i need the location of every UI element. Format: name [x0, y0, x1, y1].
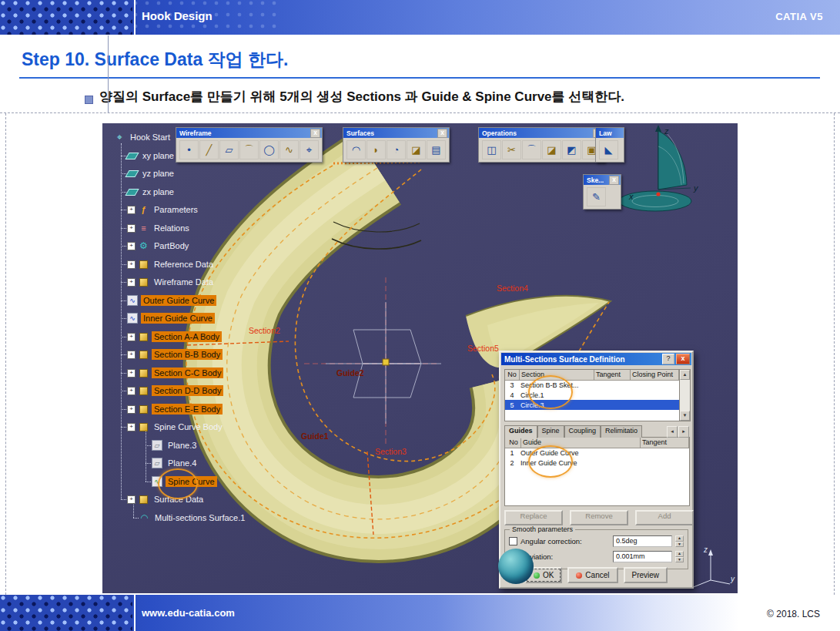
tree-item-inner-guide-curve[interactable]: Inner Guide Curve — [127, 311, 215, 325]
spinner[interactable] — [675, 551, 684, 562]
compass-anchor[interactable] — [656, 192, 660, 196]
toolbar-titlebar[interactable]: Surfaces x — [343, 128, 449, 138]
expand-icon[interactable] — [127, 333, 136, 341]
sphere-icon[interactable]: ◔ — [387, 140, 406, 159]
expand-icon[interactable] — [127, 206, 136, 214]
tree-item-outer-guide-curve[interactable]: Outer Guide Curve — [127, 294, 216, 307]
compass-fan[interactable] — [658, 131, 687, 190]
expand-icon[interactable] — [127, 405, 136, 414]
toolbar-wireframe[interactable]: Wireframe x • ╱ ▱ ⌒ ◯ ∿ ⌖ — [176, 127, 323, 163]
expand-icon[interactable] — [127, 369, 136, 378]
spline-tool-icon[interactable]: ∿ — [279, 140, 299, 159]
split-icon[interactable]: ✂ — [502, 140, 521, 159]
tree-item-yz-plane[interactable]: yz plane — [127, 166, 176, 180]
anchor-point[interactable] — [383, 359, 389, 365]
tree-item-zx-plane[interactable]: zx plane — [127, 185, 176, 199]
point-icon[interactable]: • — [179, 140, 199, 159]
tree-item-parameters[interactable]: Parameters — [127, 203, 200, 216]
tree-item-section-ee-body[interactable]: Section E-E Body — [127, 402, 223, 416]
angular-correction-checkbox[interactable] — [509, 537, 517, 545]
expand-icon[interactable] — [127, 423, 136, 431]
tab-scroll-left-icon[interactable]: ◂ — [667, 426, 678, 438]
tree-item-section-dd-body[interactable]: Section D-D Body — [127, 384, 223, 398]
remove-button[interactable]: Remove — [570, 510, 628, 525]
expand-icon[interactable] — [127, 224, 136, 233]
circle-icon[interactable]: ◯ — [259, 140, 279, 159]
dialog-titlebar[interactable]: Multi-Sections Surface Definition — [501, 353, 691, 365]
toolbar-titlebar[interactable]: Ske... x — [584, 175, 621, 185]
toolbar-titlebar[interactable]: Wireframe x — [176, 128, 322, 138]
expand-icon[interactable] — [127, 351, 136, 359]
cancel-button[interactable]: Cancel — [567, 567, 617, 583]
line-icon[interactable]: ╱ — [199, 140, 219, 159]
extract-icon[interactable]: ◩ — [562, 140, 581, 159]
tree-item-multi-sections-surface[interactable]: Multi-sections Surface.1 — [139, 511, 247, 525]
tree-item-reference-data[interactable]: Reference Data — [127, 257, 216, 271]
extrude-icon[interactable]: ◠ — [346, 140, 366, 159]
toolbar-operations[interactable]: Operations x ◫ ✂ ⌒ ◪ ◩ ▣ — [478, 127, 605, 163]
spinner[interactable] — [675, 535, 684, 547]
tab-relimitation[interactable]: Relimitatio — [601, 425, 642, 438]
boundary-icon[interactable]: ◪ — [542, 140, 561, 159]
column-header-guide[interactable]: Guide — [521, 438, 641, 448]
catia-viewport[interactable]: Wireframe x • ╱ ▱ ⌒ ◯ ∿ ⌖ Surfaces x ◠ ◗… — [102, 123, 738, 593]
scroll-up-icon[interactable] — [680, 370, 690, 380]
tree-item-spine-curve-body[interactable]: Spine Curve Body — [127, 420, 225, 434]
close-icon[interactable]: x — [609, 176, 619, 185]
column-header-tangent[interactable]: Tangent — [594, 370, 631, 381]
tab-guides[interactable]: Guides — [504, 425, 537, 438]
add-button[interactable]: Add — [635, 510, 694, 525]
tree-item-section-bb-body[interactable]: Section B-B Body — [127, 347, 223, 361]
expand-icon[interactable] — [127, 242, 136, 250]
revolve-icon[interactable]: ◗ — [366, 140, 386, 159]
axis-tool-icon[interactable]: ⌖ — [300, 140, 319, 159]
scroll-down-icon[interactable] — [680, 411, 690, 421]
toolbar-sketcher[interactable]: Ske... x ✎ — [583, 174, 621, 210]
tree-item-partbody[interactable]: PartBody — [127, 239, 191, 253]
tree-item-section-cc-body[interactable]: Section C-C Body — [127, 366, 223, 380]
preview-button[interactable]: Preview — [624, 567, 668, 583]
toolbar-titlebar[interactable]: Law — [596, 128, 624, 138]
projection-icon[interactable]: ⌒ — [239, 140, 259, 159]
sections-scrollbar[interactable] — [679, 369, 691, 421]
close-icon[interactable] — [676, 354, 690, 364]
compass[interactable]: z y x — [611, 123, 711, 220]
tree-item-section-aa-body[interactable]: Section A-A Body — [127, 330, 222, 344]
help-icon[interactable] — [662, 354, 674, 364]
close-icon[interactable]: x — [310, 129, 320, 138]
sketch-icon[interactable]: ✎ — [587, 187, 606, 206]
close-icon[interactable]: x — [437, 129, 447, 138]
tree-item-hook-start[interactable]: Hook Start — [115, 130, 172, 144]
replace-button[interactable]: Replace — [504, 510, 563, 525]
plane-tool-icon[interactable]: ▱ — [219, 140, 239, 159]
tab-spine[interactable]: Spine — [537, 425, 564, 438]
tree-item-label: Wireframe Data — [152, 277, 216, 287]
tab-coupling[interactable]: Coupling — [564, 425, 601, 438]
toolbar-surfaces[interactable]: Surfaces x ◠ ◗ ◔ ◪ ▤ — [343, 127, 450, 163]
tree-item-xy-plane[interactable]: xy plane — [127, 149, 176, 163]
expand-icon[interactable] — [127, 278, 136, 287]
toolbar-titlebar[interactable]: Operations x — [479, 128, 604, 138]
expand-icon[interactable] — [127, 260, 136, 269]
law-icon[interactable]: ◣ — [599, 140, 618, 159]
tree-item-relations[interactable]: Relations — [127, 221, 192, 235]
join-icon[interactable]: ◫ — [482, 140, 501, 159]
tree-item-plane3[interactable]: Plane.3 — [152, 438, 199, 452]
tree-item-label: Parameters — [152, 204, 200, 215]
deviation-input[interactable]: 0.001mm — [613, 551, 672, 562]
fill-icon[interactable]: ▤ — [427, 140, 446, 159]
angular-correction-input[interactable]: 0.5deg — [613, 535, 672, 547]
toolbar-title: Surfaces — [346, 129, 374, 137]
sweep-icon[interactable]: ◪ — [407, 140, 426, 159]
tab-scroll-right-icon[interactable]: ▸ — [678, 426, 689, 438]
toolbar-law[interactable]: Law ◣ — [595, 127, 624, 163]
trim-icon[interactable]: ⌒ — [522, 140, 541, 159]
column-header-no[interactable]: No — [505, 370, 520, 381]
expand-icon[interactable] — [127, 495, 136, 504]
tree-item-wireframe-data[interactable]: Wireframe Data — [127, 275, 216, 289]
column-header-tangent[interactable]: Tangent — [641, 438, 689, 448]
website-link[interactable]: www.edu-catia.com — [142, 607, 235, 619]
column-header-closing-point[interactable]: Closing Point — [631, 370, 679, 381]
column-header-no[interactable]: No — [505, 438, 521, 448]
expand-icon[interactable] — [127, 387, 136, 395]
